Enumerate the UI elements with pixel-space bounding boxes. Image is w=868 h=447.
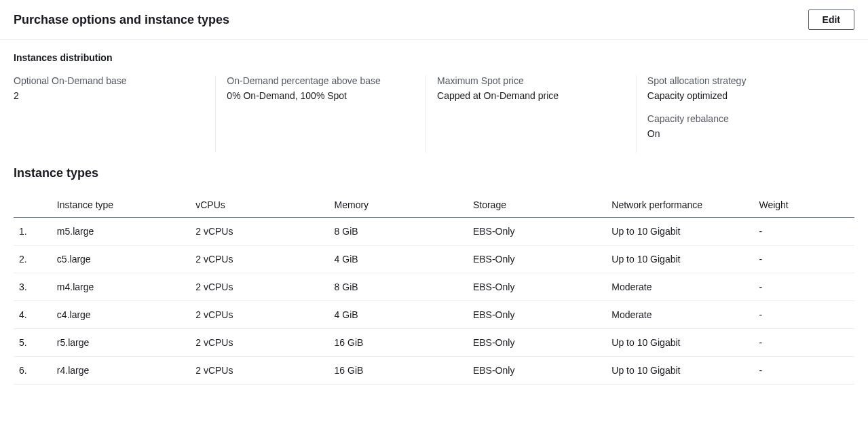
th-index	[14, 193, 57, 218]
td-memory: 4 GiB	[335, 246, 473, 273]
td-index: 5.	[14, 329, 57, 357]
label-on-demand-percentage: On-Demand percentage above base	[227, 75, 412, 86]
td-weight: -	[759, 301, 854, 329]
instance-types-title: Instance types	[14, 166, 854, 180]
table-header-row: Instance type vCPUs Memory Storage Netwo…	[14, 193, 854, 218]
td-memory: 8 GiB	[335, 273, 473, 301]
label-max-spot-price: Maximum Spot price	[437, 75, 622, 86]
td-vcpus: 2 vCPUs	[195, 301, 334, 329]
th-weight: Weight	[759, 193, 854, 218]
td-network: Up to 10 Gigabit	[611, 329, 759, 357]
td-instance-type: c5.large	[57, 246, 195, 273]
td-weight: -	[759, 218, 854, 246]
dist-col-max-spot-price: Maximum Spot price Capped at On-Demand p…	[426, 75, 636, 153]
table-row: 1.m5.large2 vCPUs8 GiBEBS-OnlyUp to 10 G…	[14, 218, 854, 246]
td-instance-type: r4.large	[57, 357, 195, 385]
th-network: Network performance	[611, 193, 759, 218]
td-weight: -	[759, 273, 854, 301]
td-storage: EBS-Only	[473, 218, 611, 246]
td-instance-type: c4.large	[57, 301, 195, 329]
td-vcpus: 2 vCPUs	[195, 273, 334, 301]
td-vcpus: 2 vCPUs	[195, 246, 334, 273]
label-on-demand-base: Optional On-Demand base	[14, 75, 202, 86]
value-spot-strategy: Capacity optimized	[647, 90, 841, 101]
table-row: 4.c4.large2 vCPUs4 GiBEBS-OnlyModerate-	[14, 301, 854, 329]
td-instance-type: m5.large	[57, 218, 195, 246]
dist-col-on-demand-base: Optional On-Demand base 2	[14, 75, 215, 153]
distribution-grid: Optional On-Demand base 2 On-Demand perc…	[14, 75, 854, 153]
table-row: 2.c5.large2 vCPUs4 GiBEBS-OnlyUp to 10 G…	[14, 246, 854, 273]
td-storage: EBS-Only	[473, 246, 611, 273]
td-storage: EBS-Only	[473, 357, 611, 385]
th-storage: Storage	[473, 193, 611, 218]
td-index: 4.	[14, 301, 57, 329]
panel-content: Instances distribution Optional On-Deman…	[0, 40, 868, 397]
td-weight: -	[759, 357, 854, 385]
panel-header: Purchase options and instance types Edit	[0, 0, 868, 40]
td-index: 3.	[14, 273, 57, 301]
label-spot-strategy: Spot allocation strategy	[647, 75, 841, 86]
th-memory: Memory	[335, 193, 473, 218]
td-memory: 4 GiB	[335, 301, 473, 329]
td-memory: 8 GiB	[335, 218, 473, 246]
table-row: 5.r5.large2 vCPUs16 GiBEBS-OnlyUp to 10 …	[14, 329, 854, 357]
td-memory: 16 GiB	[335, 329, 473, 357]
th-instance-type: Instance type	[57, 193, 195, 218]
td-weight: -	[759, 246, 854, 273]
td-vcpus: 2 vCPUs	[195, 218, 334, 246]
table-row: 6.r4.large2 vCPUs16 GiBEBS-OnlyUp to 10 …	[14, 357, 854, 385]
td-instance-type: r5.large	[57, 329, 195, 357]
label-capacity-rebalance: Capacity rebalance	[647, 113, 841, 124]
edit-button[interactable]: Edit	[808, 9, 854, 30]
dist-col-spot-strategy: Spot allocation strategy Capacity optimi…	[636, 75, 854, 153]
td-index: 6.	[14, 357, 57, 385]
value-max-spot-price: Capped at On-Demand price	[437, 90, 622, 101]
instance-types-table: Instance type vCPUs Memory Storage Netwo…	[14, 193, 854, 385]
td-vcpus: 2 vCPUs	[195, 329, 334, 357]
value-capacity-rebalance: On	[647, 128, 841, 139]
td-network: Up to 10 Gigabit	[611, 218, 759, 246]
td-storage: EBS-Only	[473, 329, 611, 357]
td-weight: -	[759, 329, 854, 357]
td-instance-type: m4.large	[57, 273, 195, 301]
td-network: Moderate	[611, 273, 759, 301]
td-storage: EBS-Only	[473, 301, 611, 329]
td-network: Up to 10 Gigabit	[611, 246, 759, 273]
td-storage: EBS-Only	[473, 273, 611, 301]
td-index: 1.	[14, 218, 57, 246]
td-memory: 16 GiB	[335, 357, 473, 385]
page-title: Purchase options and instance types	[14, 13, 229, 27]
table-row: 3.m4.large2 vCPUs8 GiBEBS-OnlyModerate-	[14, 273, 854, 301]
dist-col-on-demand-percentage: On-Demand percentage above base 0% On-De…	[215, 75, 426, 153]
td-vcpus: 2 vCPUs	[195, 357, 334, 385]
td-network: Moderate	[611, 301, 759, 329]
td-index: 2.	[14, 246, 57, 273]
td-network: Up to 10 Gigabit	[611, 357, 759, 385]
th-vcpus: vCPUs	[195, 193, 334, 218]
value-on-demand-percentage: 0% On-Demand, 100% Spot	[227, 90, 412, 101]
instances-distribution-title: Instances distribution	[14, 52, 854, 63]
value-on-demand-base: 2	[14, 90, 202, 101]
